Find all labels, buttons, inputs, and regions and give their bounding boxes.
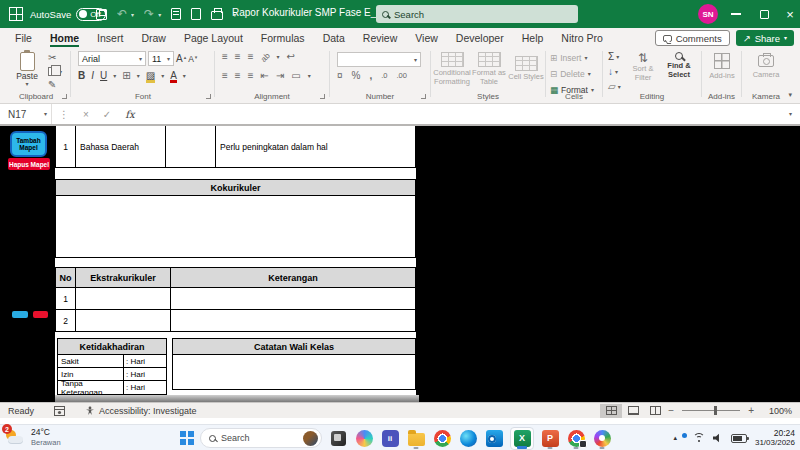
paste-button[interactable]: Paste ▾ bbox=[12, 52, 42, 87]
taskbar-app-edge[interactable] bbox=[458, 427, 478, 449]
ekstra-row2-no-cell[interactable]: 2 bbox=[56, 310, 76, 331]
tab-developer[interactable]: Developer bbox=[447, 28, 513, 47]
taskbar-app-taskview[interactable] bbox=[328, 427, 348, 449]
name-box-dropdown-icon[interactable]: ▾ bbox=[44, 111, 47, 117]
undo-dropdown-icon[interactable]: ▾ bbox=[131, 11, 134, 18]
ekstra-col-name[interactable]: Ekstrakurikuler bbox=[76, 268, 171, 287]
addins-button[interactable]: Add-ins bbox=[705, 53, 739, 80]
account-avatar[interactable]: SN bbox=[698, 4, 718, 24]
taskbar-app-excel-active[interactable]: X bbox=[510, 427, 534, 450]
fill-color-dropdown-icon[interactable]: ▾ bbox=[161, 73, 164, 79]
cell-styles-button[interactable]: Cell Styles bbox=[508, 56, 544, 82]
decrease-font-size-button[interactable]: A▾ bbox=[188, 54, 197, 64]
redo-icon[interactable]: ↷ bbox=[144, 8, 154, 20]
name-box[interactable]: N17 ▾ bbox=[0, 104, 52, 124]
comma-style-icon[interactable]: , bbox=[369, 71, 372, 81]
tab-draw[interactable]: Draw bbox=[132, 28, 175, 47]
bold-button[interactable]: B bbox=[78, 70, 85, 81]
find-select-button[interactable]: Find & Select bbox=[662, 52, 696, 79]
paste-dropdown-icon[interactable]: ▾ bbox=[12, 81, 42, 87]
accessibility-status[interactable]: Accessibility: Investigate bbox=[85, 406, 197, 416]
mapel-no-cell[interactable]: 1 bbox=[56, 126, 76, 167]
ekstra-row1-ket-cell[interactable] bbox=[171, 288, 415, 309]
tray-expand-icon[interactable]: ▴ bbox=[673, 434, 677, 442]
formula-input[interactable] bbox=[142, 104, 789, 124]
merge-center-icon[interactable]: ▭ bbox=[291, 71, 300, 81]
zoom-slider-thumb[interactable] bbox=[714, 406, 717, 415]
share-button[interactable]: ↗ Share ▾ bbox=[736, 30, 794, 46]
increase-decimal-icon[interactable]: .0 bbox=[381, 72, 387, 80]
font-name-combo[interactable]: Arial▾ bbox=[78, 51, 146, 66]
blue-chip-button[interactable] bbox=[12, 311, 28, 318]
taskbar-app-chrome[interactable] bbox=[432, 427, 452, 449]
mapel-name-cell[interactable]: Bahasa Daerah bbox=[76, 126, 166, 167]
print-preview-icon[interactable] bbox=[171, 8, 181, 20]
ketidakhadiran-header-cell[interactable]: Ketidakhadiran bbox=[57, 338, 167, 355]
worksheet-area[interactable]: 1 Bahasa Daerah Perlu peningkatan dalam … bbox=[0, 126, 800, 402]
conditional-formatting-button[interactable]: Conditional Formatting bbox=[434, 52, 470, 86]
align-bottom-icon[interactable]: ≡ bbox=[248, 52, 254, 62]
page-layout-view-button[interactable] bbox=[622, 404, 644, 418]
catatan-body-cell[interactable] bbox=[172, 355, 416, 390]
absen-tanpa-label-cell[interactable]: Tanpa Keterangan bbox=[58, 381, 124, 394]
align-middle-icon[interactable]: ≡ bbox=[235, 52, 241, 62]
excel-app-icon[interactable] bbox=[9, 7, 23, 21]
tab-nitro-pro[interactable]: Nitro Pro bbox=[552, 28, 611, 47]
orientation-dropdown-icon[interactable]: ▾ bbox=[276, 54, 279, 60]
autosum-icon[interactable]: Σ bbox=[608, 52, 614, 62]
borders-dropdown-icon[interactable]: ▾ bbox=[137, 73, 140, 79]
clipboard-dialog-launcher[interactable] bbox=[62, 94, 67, 99]
kokurikuler-header-cell[interactable]: Kokurikuler bbox=[55, 179, 416, 196]
increase-font-size-button[interactable]: A▴ bbox=[176, 53, 186, 64]
catatan-header-cell[interactable]: Catatan Wali Kelas bbox=[172, 338, 416, 355]
wifi-icon[interactable] bbox=[693, 433, 705, 443]
tab-file[interactable]: File bbox=[6, 28, 41, 47]
taskbar-app-chrome-profile[interactable] bbox=[566, 427, 586, 449]
tambah-mapel-button[interactable]: Tambah Mapel bbox=[10, 131, 47, 157]
borders-icon[interactable]: ⊞ bbox=[122, 71, 130, 81]
delete-cells-button[interactable]: ⊟Delete▾ bbox=[550, 67, 591, 81]
expand-formula-bar-icon[interactable]: ▾ bbox=[789, 111, 792, 117]
tab-data[interactable]: Data bbox=[314, 28, 354, 47]
absen-sakit-value-cell[interactable]: : Hari bbox=[124, 355, 166, 367]
taskbar-app-copilot[interactable] bbox=[354, 427, 374, 449]
taskbar-app-outlook[interactable] bbox=[484, 427, 504, 449]
decrease-decimal-icon[interactable]: .00 bbox=[397, 72, 407, 80]
taskbar-app-powerpoint[interactable]: P bbox=[540, 427, 560, 449]
align-center-icon[interactable]: ≡ bbox=[235, 71, 241, 81]
sort-filter-button[interactable]: ⇅ Sort & Filter bbox=[626, 52, 660, 82]
ekstra-col-keterangan[interactable]: Keterangan bbox=[171, 268, 415, 287]
font-color-dropdown-icon[interactable]: ▾ bbox=[183, 73, 186, 79]
format-painter-icon[interactable]: ✎ bbox=[48, 80, 56, 90]
underline-button[interactable]: U bbox=[100, 70, 107, 81]
start-button[interactable] bbox=[180, 431, 194, 445]
confirm-entry-icon[interactable]: ✓ bbox=[103, 109, 111, 120]
undo-icon[interactable]: ↶ bbox=[117, 8, 127, 20]
kokurikuler-body-cell[interactable] bbox=[55, 196, 416, 258]
alignment-dialog-launcher[interactable] bbox=[320, 94, 325, 99]
increase-indent-icon[interactable]: ⇥ bbox=[276, 71, 284, 81]
number-dialog-launcher[interactable] bbox=[421, 94, 426, 99]
absen-izin-value-cell[interactable]: : Hari bbox=[124, 368, 166, 380]
ekstra-row1-no-cell[interactable]: 1 bbox=[56, 288, 76, 309]
taskbar-app-teams[interactable]: ii bbox=[380, 427, 400, 449]
zoom-slider[interactable] bbox=[682, 410, 740, 411]
tab-insert[interactable]: Insert bbox=[88, 28, 132, 47]
zoom-out-button[interactable]: − bbox=[666, 405, 676, 416]
zoom-level[interactable]: 100% bbox=[756, 406, 792, 416]
accounting-format-icon[interactable]: ¤ bbox=[337, 71, 343, 81]
format-as-table-button[interactable]: Format as Table bbox=[471, 52, 507, 86]
merge-dropdown-icon[interactable]: ▾ bbox=[308, 73, 311, 79]
font-size-combo[interactable]: 11▾ bbox=[148, 51, 174, 66]
normal-view-button[interactable] bbox=[600, 404, 622, 418]
taskbar-app-paint[interactable] bbox=[592, 427, 612, 449]
quick-print-icon[interactable] bbox=[211, 11, 223, 20]
mapel-note-cell[interactable]: Perlu peningkatan dalam hal bbox=[216, 126, 416, 167]
fill-color-icon[interactable]: ▨ bbox=[146, 70, 155, 81]
percent-style-icon[interactable]: % bbox=[352, 71, 361, 81]
page-break-view-button[interactable] bbox=[644, 404, 666, 418]
ekstra-row1-name-cell[interactable] bbox=[76, 288, 171, 309]
maximize-button[interactable] bbox=[750, 0, 778, 28]
font-dialog-launcher[interactable] bbox=[206, 94, 211, 99]
cancel-entry-icon[interactable]: × bbox=[83, 109, 89, 120]
